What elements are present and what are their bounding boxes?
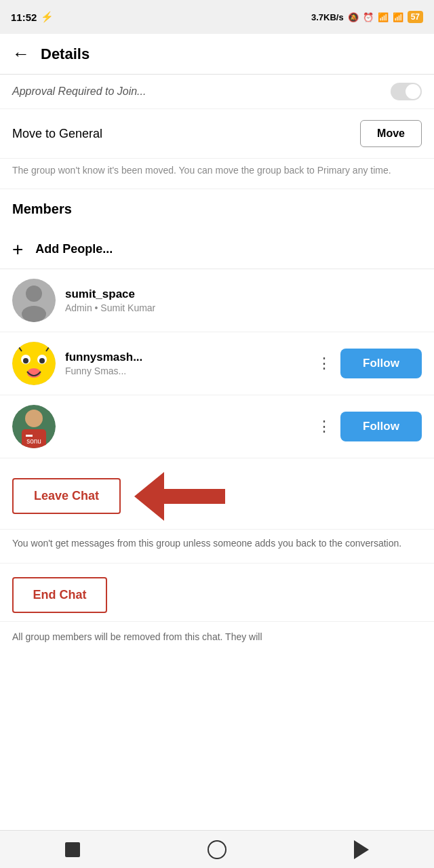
- end-chat-info-text: All group members will be removed from t…: [0, 622, 434, 652]
- more-options-icon[interactable]: ⋮: [317, 418, 332, 435]
- signal2-icon: 📶: [393, 12, 403, 22]
- approval-row: Approval Required to Join...: [0, 75, 434, 109]
- follow-button[interactable]: Follow: [340, 349, 422, 378]
- bottom-navigation: [0, 830, 434, 868]
- move-info-text: The group won't know it's been moved. Yo…: [0, 159, 434, 189]
- square-icon: [65, 842, 80, 857]
- follow-button[interactable]: Follow: [340, 412, 422, 441]
- member-subtext: Funny Smas...: [65, 366, 309, 376]
- avatar: sonu sonu: [12, 405, 56, 448]
- circle-icon: [208, 840, 226, 859]
- move-button[interactable]: Move: [360, 120, 422, 147]
- signal-icon: 📶: [378, 12, 389, 22]
- member-username: sumit_space: [65, 288, 422, 301]
- end-chat-section: End Chat: [0, 564, 434, 622]
- add-people-label: Add People...: [35, 242, 113, 256]
- mute-icon: 🔕: [348, 12, 359, 22]
- member-info: [65, 426, 309, 427]
- plus-icon: +: [12, 240, 23, 259]
- bolt-icon: ⚡: [41, 11, 54, 23]
- move-label: Move to General: [12, 127, 102, 141]
- member-info: funnysmash... Funny Smas...: [65, 351, 309, 376]
- member-username: funnysmash...: [65, 351, 309, 364]
- svg-point-12: [25, 410, 43, 427]
- member-row: funnysmash... Funny Smas... ⋮ Follow: [0, 332, 434, 395]
- status-right: 3.7KB/s 🔕 ⏰ 📶 📶 57: [311, 11, 423, 23]
- leave-chat-section: Leave Chat: [0, 458, 434, 530]
- arrow-body: [164, 489, 225, 504]
- header: ← Details: [0, 34, 434, 75]
- arrow-indicator: [134, 472, 225, 521]
- more-options-icon[interactable]: ⋮: [317, 355, 332, 372]
- member-info: sumit_space Admin • Sumit Kumar: [65, 288, 422, 313]
- alarm-icon: ⏰: [363, 12, 374, 22]
- svg-point-1: [26, 285, 42, 302]
- nav-home-button[interactable]: [206, 839, 228, 861]
- add-people-row[interactable]: + Add People...: [0, 231, 434, 269]
- members-section: Members: [0, 189, 434, 231]
- leave-chat-button[interactable]: Leave Chat: [12, 478, 121, 514]
- svg-point-7: [39, 358, 45, 363]
- move-section: Move to General Move: [0, 109, 434, 159]
- status-left: 11:52 ⚡: [11, 11, 54, 23]
- avatar: [12, 342, 56, 385]
- svg-point-6: [23, 358, 28, 363]
- leave-info-text: You won't get messages from this group u…: [0, 530, 434, 564]
- members-title: Members: [12, 201, 422, 217]
- triangle-icon: [354, 840, 369, 859]
- nav-back-button[interactable]: [351, 839, 372, 861]
- avatar: [12, 279, 56, 322]
- end-chat-button[interactable]: End Chat: [12, 577, 107, 613]
- sonu-badge-label: sonu: [24, 437, 44, 446]
- page-title: Details: [41, 45, 90, 63]
- approval-text: Approval Required to Join...: [12, 85, 146, 98]
- status-bar: 11:52 ⚡ 3.7KB/s 🔕 ⏰ 📶 📶 57: [0, 0, 434, 34]
- speed-display: 3.7KB/s: [311, 12, 344, 22]
- member-subtext: Admin • Sumit Kumar: [65, 302, 422, 313]
- member-row: sumit_space Admin • Sumit Kumar: [0, 269, 434, 332]
- time-display: 11:52: [11, 12, 37, 23]
- svg-point-2: [22, 306, 46, 322]
- approval-toggle[interactable]: [391, 83, 422, 100]
- nav-square-button[interactable]: [62, 839, 83, 861]
- back-button[interactable]: ←: [12, 43, 30, 64]
- battery-display: 57: [408, 11, 423, 23]
- svg-point-3: [12, 342, 56, 385]
- member-row: sonu sonu ⋮ Follow: [0, 395, 434, 458]
- arrow-head: [134, 472, 164, 521]
